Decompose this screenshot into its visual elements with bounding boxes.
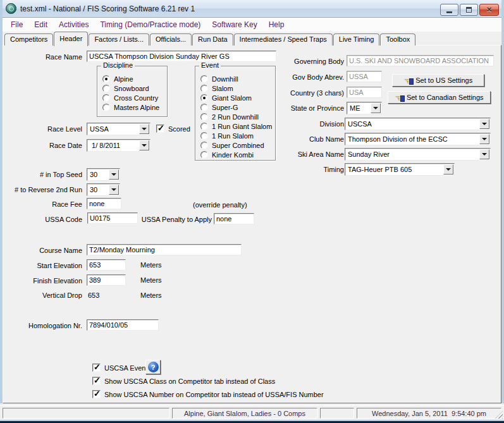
ussa-code-input[interactable]	[87, 212, 138, 224]
club-name-value: Thompson Division of the ECSC	[348, 135, 448, 143]
tab-toolbox[interactable]: Toolbox	[380, 34, 415, 46]
ussa-penalty-input[interactable]	[214, 213, 254, 224]
uscsa-help-button[interactable]: ?	[145, 360, 161, 374]
dropdown-arrow-icon[interactable]	[479, 149, 489, 159]
checkbox-icon	[92, 377, 101, 385]
down-arrow-icon	[111, 188, 116, 191]
radio-alpine[interactable]: Alpine	[102, 75, 133, 83]
tab-intermediates[interactable]: Intermediates / Speed Traps	[234, 34, 333, 46]
menu-timing[interactable]: Timing (Demo/Practice mode)	[94, 19, 206, 30]
menu-help[interactable]: Help	[263, 19, 290, 30]
homologation-input[interactable]	[87, 319, 159, 331]
country-input[interactable]	[347, 87, 382, 98]
down-arrow-icon	[142, 128, 147, 130]
finish-elevation-input[interactable]	[87, 274, 126, 286]
club-name-select[interactable]: Thompson Division of the ECSC	[345, 133, 491, 145]
tab-factors-lists[interactable]: Factors / Lists...	[89, 34, 149, 46]
radio-icon	[200, 132, 208, 140]
ski-area-name-value: Sunday River	[348, 150, 390, 158]
radio-downhill[interactable]: Downhill	[200, 75, 238, 83]
menu-activities[interactable]: Activities	[53, 19, 94, 30]
set-us-settings-button[interactable]: ☜ Set to US Settings	[392, 74, 484, 87]
reverse-2nd-run-select[interactable]: 30	[87, 183, 120, 196]
start-elevation-input[interactable]	[87, 259, 126, 271]
ski-area-name-select[interactable]: Sunday River	[345, 148, 491, 161]
maximize-icon	[466, 7, 472, 13]
meters-label: Meters	[140, 261, 162, 269]
window-title: test.xml - National / FIS Scoring Softwa…	[20, 4, 195, 13]
division-select[interactable]: USCSA	[345, 118, 491, 130]
dropdown-arrow-icon[interactable]	[109, 169, 119, 180]
window-controls: ✕	[440, 4, 499, 16]
dropdown-arrow-icon[interactable]	[139, 124, 149, 134]
discipline-group-label: Discipline	[101, 61, 135, 69]
radio-icon	[200, 123, 208, 130]
radio-1-run-slalom[interactable]: 1 Run Slalom	[200, 132, 254, 140]
radio-giant-slalom[interactable]: Giant Slalom	[200, 94, 252, 102]
down-arrow-icon	[482, 138, 487, 140]
state-province-select[interactable]: ME	[347, 102, 382, 114]
ussa-code-label: USSA Code	[13, 216, 82, 223]
gov-body-abrev-input[interactable]	[347, 71, 382, 82]
race-fee-input[interactable]	[87, 198, 121, 209]
radio-label: Super-G	[212, 104, 238, 111]
timing-select[interactable]: TAG-Heuer PTB 605	[345, 163, 455, 176]
governing-body-input[interactable]	[347, 55, 494, 66]
dropdown-arrow-icon[interactable]	[371, 103, 381, 113]
maximize-button[interactable]	[460, 4, 478, 16]
dropdown-arrow-icon[interactable]	[443, 164, 453, 175]
dropdown-arrow-icon[interactable]	[479, 119, 489, 129]
top-seed-select[interactable]: 30	[87, 168, 120, 181]
tab-run-data[interactable]: Run Data	[192, 34, 233, 46]
window-border-right	[501, 0, 504, 403]
radio-super-combined[interactable]: Super Combined	[200, 141, 264, 150]
show-uscsa-class-label: Show USCSA Class on Competitor tab inste…	[104, 377, 275, 385]
radio-1-run-giant-slalom[interactable]: 1 Run Giant Slalom	[200, 122, 272, 131]
club-name-label: Club Name	[269, 135, 344, 143]
menu-file[interactable]: File	[5, 19, 28, 30]
menu-software-key[interactable]: Software Key	[206, 19, 262, 30]
radio-icon	[200, 75, 208, 83]
tab-live-timing[interactable]: Live Timing	[333, 34, 380, 46]
course-name-input[interactable]	[87, 244, 242, 255]
radio-snowboard[interactable]: Snowboard	[102, 84, 149, 93]
vertical-drop-value: 653	[88, 291, 99, 299]
radio-icon	[200, 142, 208, 149]
dropdown-arrow-icon[interactable]	[479, 134, 489, 144]
set-canadian-settings-button[interactable]: ☜ Set to Canadian Settings	[388, 91, 491, 104]
radio-label: 1 Run Giant Slalom	[212, 123, 272, 130]
close-button[interactable]: ✕	[479, 4, 499, 16]
uscsa-event-checkbox[interactable]: USCSA Event	[92, 364, 147, 372]
tab-officials[interactable]: Officials...	[150, 34, 192, 46]
timing-value: TAG-Heuer PTB 605	[348, 166, 412, 173]
race-level-label: Race Level	[13, 125, 82, 133]
dropdown-arrow-icon[interactable]	[139, 140, 149, 150]
top-seed-value: 30	[90, 171, 97, 178]
event-group-label: Event	[199, 61, 221, 69]
override-penalty-note: (override penalty)	[193, 201, 247, 209]
tab-header[interactable]: Header	[54, 32, 88, 46]
radio-icon	[102, 104, 110, 111]
dropdown-arrow-icon[interactable]	[109, 185, 119, 195]
show-uscsa-class-checkbox[interactable]: Show USCSA Class on Competitor tab inste…	[92, 377, 275, 385]
radio-super-g[interactable]: Super-G	[200, 103, 238, 112]
title-bar[interactable]: test.xml - National / FIS Scoring Softwa…	[0, 0, 504, 18]
gov-body-abrev-label: Gov Body Abrev.	[269, 73, 344, 81]
race-level-select[interactable]: USSA	[87, 123, 151, 135]
scored-checkbox[interactable]: Scored	[156, 125, 190, 133]
radio-2-run-downhill[interactable]: 2 Run Downhill	[200, 113, 259, 121]
show-uscsa-number-checkbox[interactable]: Show USCSA Number on Competitor tab inst…	[92, 390, 324, 398]
race-date-select[interactable]: 1/ 8/2011	[87, 139, 151, 152]
radio-label: Snowboard	[114, 85, 149, 92]
tab-strip: Competitors Header Factors / Lists... Of…	[4, 32, 416, 46]
tab-competitors[interactable]: Competitors	[4, 34, 53, 46]
radio-label: Masters Alpine	[114, 104, 159, 111]
race-name-input[interactable]	[87, 51, 276, 62]
menu-edit[interactable]: Edit	[28, 19, 53, 30]
radio-kinder-kombi[interactable]: Kinder Kombi	[200, 150, 254, 159]
radio-cross-country[interactable]: Cross Country	[102, 94, 158, 102]
radio-slalom[interactable]: Slalom	[200, 84, 233, 93]
radio-masters-alpine[interactable]: Masters Alpine	[102, 103, 159, 112]
minimize-button[interactable]	[440, 4, 458, 16]
division-label: Division	[269, 120, 344, 128]
